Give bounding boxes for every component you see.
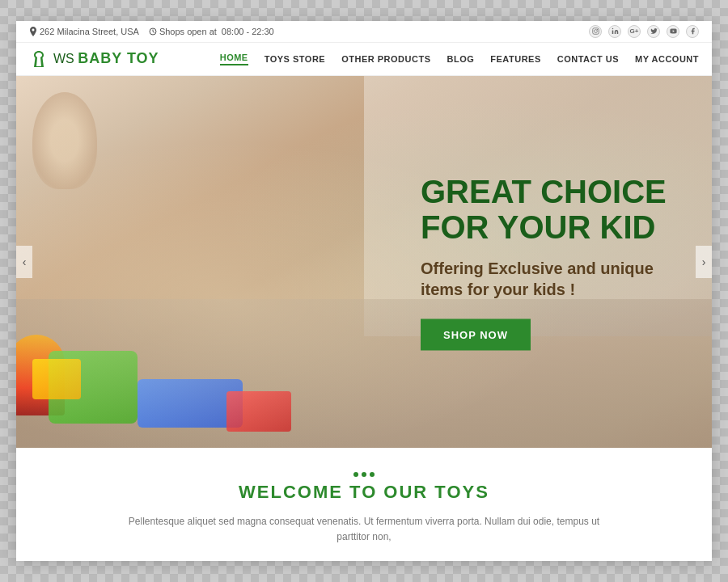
dot-1 (353, 472, 358, 477)
svg-point-2 (594, 30, 597, 33)
nav-other-products[interactable]: OTHER PRODUCTS (341, 54, 430, 64)
welcome-section: WELCOME TO OUR TOYS Pellentesque aliquet… (16, 448, 712, 561)
nav-bar: WS BABY TOY HOME TOYS STORE OTHER PRODUC… (16, 43, 712, 76)
logo-ws: WS (53, 52, 74, 65)
top-bar-left: 262 Milacina Street, USA Shops open at 0… (29, 27, 274, 36)
twitter-icon[interactable] (647, 25, 660, 38)
hero-subheading: Offering Exclusive and unique items for … (421, 257, 679, 299)
youtube-icon[interactable] (667, 25, 679, 38)
toy-red-block (226, 391, 291, 432)
svg-rect-1 (592, 28, 599, 35)
top-bar: 262 Milacina Street, USA Shops open at 0… (16, 21, 712, 43)
hero-heading: GREAT CHOICE FOR YOUR KID (421, 173, 679, 244)
nav-blog[interactable]: BLOG (447, 54, 475, 64)
nav-features[interactable]: FEATURES (490, 54, 540, 64)
google-icon[interactable]: G+ (628, 25, 641, 38)
logo-text: WS BABY TOY (53, 50, 159, 67)
welcome-dots (32, 472, 696, 477)
nav-toys-store[interactable]: TOYS STORE (265, 54, 326, 64)
logo-icon (29, 49, 49, 69)
toy-yellow-block (32, 359, 81, 399)
clock-icon (149, 27, 157, 36)
linkedin-icon[interactable] (608, 25, 621, 38)
svg-point-3 (597, 29, 598, 30)
dot-2 (362, 472, 366, 477)
logo: WS BABY TOY (29, 49, 159, 69)
carousel-arrow-right[interactable]: › (696, 246, 712, 278)
nav-home[interactable]: HOME (220, 53, 248, 65)
logo-brand: BABY TOY (78, 50, 159, 66)
main-nav: HOME TOYS STORE OTHER PRODUCTS BLOG FEAT… (220, 53, 699, 65)
welcome-title: WELCOME TO OUR TOYS (32, 482, 696, 503)
address-info: 262 Milacina Street, USA (29, 27, 139, 36)
location-icon (29, 27, 37, 36)
social-icons-bar: G+ (589, 25, 699, 38)
dot-3 (370, 472, 375, 477)
facebook-icon[interactable] (686, 25, 699, 38)
site-container: 262 Milacina Street, USA Shops open at 0… (16, 21, 712, 561)
teddy-bear-area (32, 92, 97, 189)
welcome-body: Pellentesque aliquet sed magna consequat… (121, 514, 607, 545)
nav-contact[interactable]: CONTACT US (557, 54, 619, 64)
nav-account[interactable]: MY ACCOUNT (635, 54, 699, 64)
hours-text: Shops open at 08:00 - 22:30 (159, 27, 274, 36)
instagram-icon[interactable] (589, 25, 602, 38)
shop-now-button[interactable]: SHOP NOW (421, 318, 531, 350)
svg-point-4 (612, 28, 613, 30)
hero-section: GREAT CHOICE FOR YOUR KID Offering Exclu… (16, 76, 712, 448)
carousel-arrow-left[interactable]: ‹ (16, 246, 32, 278)
hero-content: GREAT CHOICE FOR YOUR KID Offering Exclu… (421, 173, 679, 350)
hours-info: Shops open at 08:00 - 22:30 (149, 27, 274, 36)
page-wrapper: 262 Milacina Street, USA Shops open at 0… (0, 0, 728, 582)
